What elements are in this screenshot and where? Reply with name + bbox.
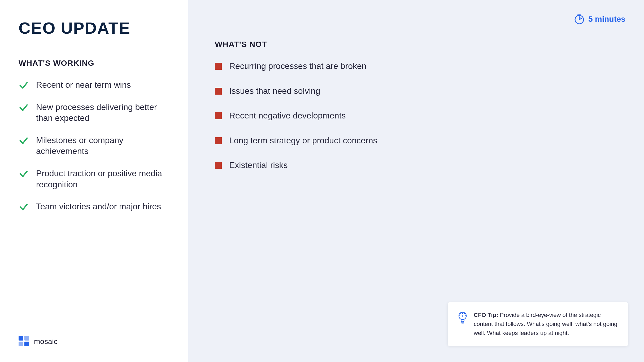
lightbulb-icon — [457, 311, 468, 324]
timer-icon — [574, 14, 585, 24]
checkmark-icon — [19, 102, 29, 112]
square-bullet-icon — [215, 137, 222, 144]
list-item: New processes delivering better than exp… — [19, 102, 172, 124]
svg-rect-3 — [24, 342, 29, 346]
checkmark-icon — [19, 169, 29, 179]
not-working-item-text: Long term strategy or product concerns — [229, 135, 377, 146]
svg-marker-17 — [462, 315, 463, 317]
cfo-tip-box: CFO Tip: Provide a bird-eye-view of the … — [448, 302, 628, 346]
cfo-tip-text: CFO Tip: Provide a bird-eye-view of the … — [474, 311, 619, 338]
list-item: Issues that need solving — [215, 86, 623, 97]
cfo-tip-label: CFO Tip: — [474, 312, 498, 318]
working-heading: WHAT'S WORKING — [19, 59, 172, 68]
svg-rect-1 — [24, 336, 29, 341]
not-working-item-text: Recurring processes that are broken — [229, 61, 367, 72]
mosaic-logo-text: mosaic — [34, 337, 58, 346]
logo-area: mosaic — [19, 336, 58, 347]
square-bullet-icon — [215, 112, 222, 119]
list-item: Recurring processes that are broken — [215, 61, 623, 72]
list-item: Recent or near term wins — [19, 80, 172, 91]
svg-rect-2 — [19, 342, 23, 346]
checkmark-icon — [19, 80, 29, 90]
left-panel: CEO UPDATE WHAT'S WORKING Recent or near… — [0, 0, 188, 362]
checkmark-icon — [19, 135, 29, 145]
checkmark-icon — [19, 202, 29, 212]
list-item: Existential risks — [215, 160, 623, 171]
working-item-text: Product traction or positive media recog… — [36, 168, 172, 190]
working-item-text: New processes delivering better than exp… — [36, 102, 172, 124]
timer-text: 5 minutes — [588, 15, 625, 24]
list-item: Recent negative developments — [215, 110, 623, 121]
square-bullet-icon — [215, 88, 222, 95]
list-item: Team victories and/or major hires — [19, 201, 172, 212]
list-item: Long term strategy or product concerns — [215, 135, 623, 146]
page-title: CEO UPDATE — [19, 19, 172, 37]
square-bullet-icon — [215, 162, 222, 169]
square-bullet-icon — [215, 63, 222, 70]
working-item-text: Team victories and/or major hires — [36, 201, 161, 212]
right-panel: 5 minutes WHAT'S NOT Recurring processes… — [188, 0, 644, 362]
not-working-item-text: Existential risks — [229, 160, 288, 171]
svg-rect-0 — [19, 336, 23, 341]
working-item-text: Milestones or company achievements — [36, 135, 172, 157]
working-item-text: Recent or near term wins — [36, 80, 131, 91]
svg-line-15 — [464, 313, 465, 314]
not-working-item-text: Recent negative developments — [229, 110, 346, 121]
not-working-heading: WHAT'S NOT — [215, 40, 623, 49]
list-item: Product traction or positive media recog… — [19, 168, 172, 190]
not-working-list: Recurring processes that are broken Issu… — [215, 61, 623, 171]
list-item: Milestones or company achievements — [19, 135, 172, 157]
mosaic-logo-icon — [19, 336, 30, 347]
svg-line-13 — [460, 313, 461, 314]
not-working-item-text: Issues that need solving — [229, 86, 320, 97]
working-list: Recent or near term wins New processes d… — [19, 80, 172, 212]
timer-badge: 5 minutes — [574, 14, 625, 24]
